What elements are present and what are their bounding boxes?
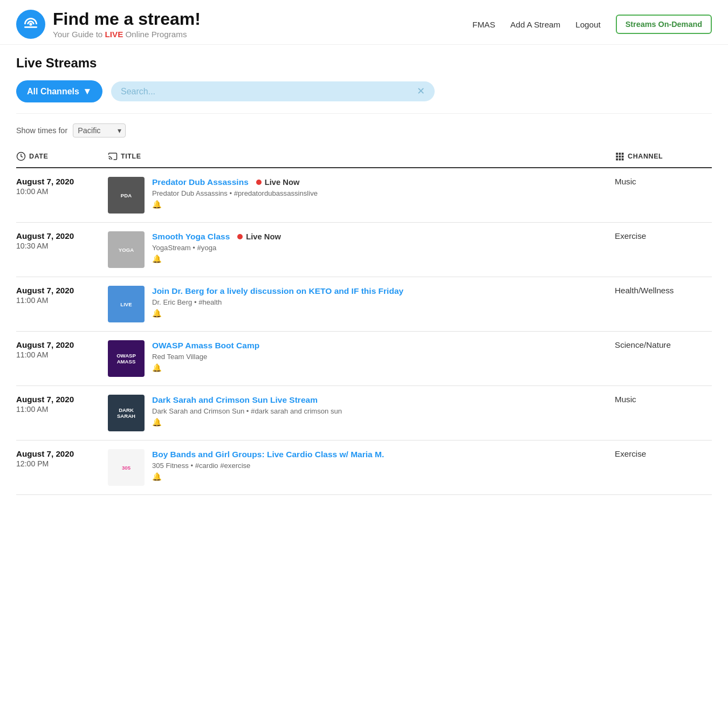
stream-thumbnail: DARK SARAH xyxy=(108,395,145,431)
header-right: FMAS Add A Stream Logout Streams On-Dema… xyxy=(472,15,712,34)
stream-info: Predator Dub Assassins Live Now Predator… xyxy=(152,177,609,209)
timezone-label: Show times for xyxy=(16,126,67,135)
title-cell: LIVE Join Dr. Berg for a lively discussi… xyxy=(108,277,615,332)
svg-rect-10 xyxy=(616,159,618,161)
svg-rect-11 xyxy=(619,159,621,161)
date-cell: August 7, 202010:00 AM xyxy=(16,168,108,223)
bell-icon[interactable]: 🔔 xyxy=(152,254,609,264)
svg-rect-8 xyxy=(619,156,621,158)
stream-time: 10:00 AM xyxy=(16,187,102,196)
cast-icon xyxy=(108,152,118,161)
search-bar: ✕ xyxy=(111,81,435,101)
bell-icon[interactable]: 🔔 xyxy=(152,309,609,318)
nav-fmas[interactable]: FMAS xyxy=(472,20,495,29)
date-cell: August 7, 202011:00 AM xyxy=(16,277,108,332)
title-cell: OWASP AMASS OWASP Amass Boot Camp Red Te… xyxy=(108,332,615,386)
table-row: August 7, 202010:30 AM YOGA Smooth Yoga … xyxy=(16,223,712,277)
live-dot xyxy=(237,234,243,239)
stream-date: August 7, 2020 xyxy=(16,286,102,295)
table-row: August 7, 202011:00 AM LIVE Join Dr. Ber… xyxy=(16,277,712,332)
title-cell: YOGA Smooth Yoga Class Live Now YogaStre… xyxy=(108,223,615,277)
bell-icon[interactable]: 🔔 xyxy=(152,363,609,373)
stream-date: August 7, 2020 xyxy=(16,449,102,458)
stream-thumbnail: PDA xyxy=(108,177,145,214)
stream-info: Dark Sarah and Crimson Sun Live Stream D… xyxy=(152,395,609,427)
header: Find me a stream! Your Guide to LIVE Onl… xyxy=(0,0,728,45)
streams-on-demand-button[interactable]: Streams On-Demand xyxy=(616,15,712,34)
stream-date: August 7, 2020 xyxy=(16,231,102,240)
svg-rect-12 xyxy=(622,159,624,161)
logo-icon xyxy=(16,10,45,39)
stream-subtitle: Dr. Eric Berg • #health xyxy=(152,298,609,306)
channels-dropdown-label: All Channels xyxy=(27,87,79,97)
col-header-title: TITLE xyxy=(108,147,615,168)
live-label: Live Now xyxy=(265,178,300,187)
filter-bar: All Channels ▾ ✕ xyxy=(16,80,712,102)
nav-add-stream[interactable]: Add A Stream xyxy=(510,20,560,29)
stream-subtitle: YogaStream • #yoga xyxy=(152,244,609,252)
main-content: Live Streams All Channels ▾ ✕ Show times… xyxy=(0,45,728,506)
stream-subtitle: Dark Sarah and Crimson Sun • #dark sarah… xyxy=(152,407,609,415)
bell-icon[interactable]: 🔔 xyxy=(152,418,609,427)
channel-cell: Science/Nature xyxy=(615,332,712,386)
stream-title-link[interactable]: OWASP Amass Boot Camp xyxy=(152,340,259,351)
stream-title-link[interactable]: Dark Sarah and Crimson Sun Live Stream xyxy=(152,395,318,405)
channel-cell: Exercise xyxy=(615,223,712,277)
stream-title-link[interactable]: Predator Dub Assassins xyxy=(152,177,249,188)
channel-cell: Exercise xyxy=(615,441,712,495)
search-input[interactable] xyxy=(121,87,413,97)
timezone-wrapper: Pacific Mountain Central Eastern UTC xyxy=(73,123,126,137)
channel-cell: Music xyxy=(615,386,712,441)
stream-title-link[interactable]: Boy Bands and Girl Groups: Live Cardio C… xyxy=(152,449,384,460)
stream-time: 11:00 AM xyxy=(16,350,102,359)
stream-date: August 7, 2020 xyxy=(16,340,102,349)
nav-logout[interactable]: Logout xyxy=(575,20,600,29)
stream-thumbnail: OWASP AMASS xyxy=(108,340,145,377)
svg-rect-0 xyxy=(24,26,37,28)
live-label: Live Now xyxy=(246,232,281,241)
bell-icon[interactable]: 🔔 xyxy=(152,200,609,209)
svg-point-1 xyxy=(29,23,32,25)
title-cell: DARK SARAH Dark Sarah and Crimson Sun Li… xyxy=(108,386,615,441)
date-cell: August 7, 202011:00 AM xyxy=(16,332,108,386)
col-header-date: DATE xyxy=(16,147,108,168)
svg-rect-4 xyxy=(616,153,618,155)
stream-title-link[interactable]: Smooth Yoga Class xyxy=(152,231,230,242)
clock-icon xyxy=(16,152,26,161)
svg-rect-7 xyxy=(616,156,618,158)
stream-thumbnail: LIVE xyxy=(108,286,145,322)
stream-title-link[interactable]: Join Dr. Berg for a lively discussion on… xyxy=(152,286,403,297)
stream-thumbnail: 305 xyxy=(108,449,145,486)
col-header-channel: CHANNEL xyxy=(615,147,712,168)
stream-date: August 7, 2020 xyxy=(16,395,102,404)
table-header-row: DATE TITLE xyxy=(16,147,712,168)
stream-time: 11:00 AM xyxy=(16,296,102,305)
stream-info: Join Dr. Berg for a lively discussion on… xyxy=(152,286,609,318)
stream-thumbnail: YOGA xyxy=(108,231,145,268)
channel-cell: Music xyxy=(615,168,712,223)
grid-icon xyxy=(615,152,624,161)
stream-date: August 7, 2020 xyxy=(16,177,102,186)
channel-cell: Health/Wellness xyxy=(615,277,712,332)
svg-rect-6 xyxy=(622,153,624,155)
stream-info: Smooth Yoga Class Live Now YogaStream • … xyxy=(152,231,609,264)
header-title: Find me a stream! Your Guide to LIVE Onl… xyxy=(53,10,201,39)
search-clear-icon[interactable]: ✕ xyxy=(417,86,425,97)
table-row: August 7, 202012:00 PM 305 Boy Bands and… xyxy=(16,441,712,495)
bell-icon[interactable]: 🔔 xyxy=(152,472,609,481)
title-cell: 305 Boy Bands and Girl Groups: Live Card… xyxy=(108,441,615,495)
date-cell: August 7, 202011:00 AM xyxy=(16,386,108,441)
table-row: August 7, 202011:00 AM DARK SARAH Dark S… xyxy=(16,386,712,441)
stream-time: 12:00 PM xyxy=(16,459,102,468)
stream-time: 10:30 AM xyxy=(16,242,102,250)
page-title: Live Streams xyxy=(16,56,712,71)
timezone-select[interactable]: Pacific Mountain Central Eastern UTC xyxy=(73,123,126,137)
table-row: August 7, 202011:00 AM OWASP AMASS OWASP… xyxy=(16,332,712,386)
live-dot xyxy=(256,180,262,185)
svg-rect-5 xyxy=(619,153,621,155)
stream-time: 11:00 AM xyxy=(16,405,102,414)
live-badge: Live Now xyxy=(237,232,281,241)
stream-info: OWASP Amass Boot Camp Red Team Village 🔔 xyxy=(152,340,609,373)
stream-table: DATE TITLE xyxy=(16,147,712,495)
channels-dropdown[interactable]: All Channels ▾ xyxy=(16,80,102,102)
